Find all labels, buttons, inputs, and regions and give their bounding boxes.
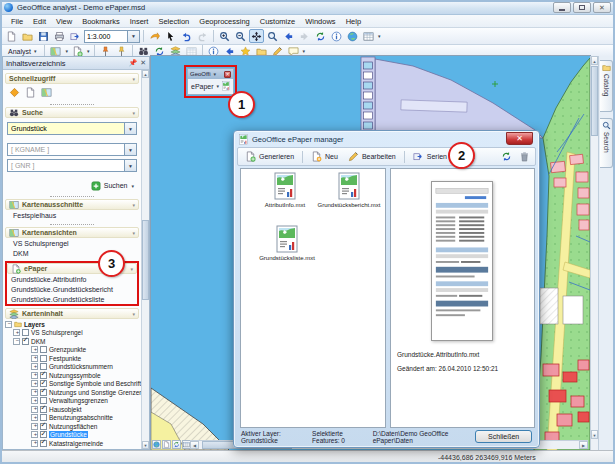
tab-catalog[interactable]: Catalog [600,60,613,112]
tree-row-layer[interactable]: Sonstige Symbole und Beschriftung [5,380,139,389]
data-view-button[interactable] [152,440,161,449]
layer-checkbox[interactable] [40,406,47,413]
floating-toolbar-titlebar[interactable]: GeoOffi ▾ ✕ [188,69,233,79]
expand-icon[interactable] [31,431,38,438]
tree-row-layer[interactable]: Benutzungsabschnitte [5,414,139,423]
save-button[interactable] [36,29,51,43]
template-file-item[interactable]: AttributInfo.mxt [253,172,317,208]
quick-diamond-icon[interactable] [9,87,20,98]
delete-button[interactable] [517,150,532,164]
select-cursor-button[interactable] [163,29,178,43]
menu-windows[interactable]: Windows [300,17,340,26]
tree-row-layer-selected[interactable]: Grundstücke [5,431,139,440]
tree-row-layer[interactable]: Nutzungs und Sonstige Grenzen [5,388,139,397]
tree-row-layer[interactable]: Nutzungssymbole [5,371,139,380]
layer-checkbox[interactable] [40,372,47,379]
section-map-extents[interactable]: Kartenausschnitte ▾ [5,199,139,210]
layer-checkbox[interactable] [40,389,47,396]
close-icon[interactable]: ✕ [224,71,231,78]
layer-checkbox[interactable] [40,431,47,438]
scrollbar-thumb[interactable] [142,220,149,300]
toolbar-overflow-icon[interactable]: ▾ [377,33,382,39]
tree-row-layer[interactable]: Grundstücksnummern [5,363,139,372]
layer-checkbox[interactable] [40,440,47,447]
tree-row-layer[interactable]: Festpunkte [5,354,139,363]
dropdown-icon[interactable]: ▼ [124,144,136,155]
expand-icon[interactable] [13,329,20,336]
new-document-button[interactable] [4,29,19,43]
pin-icon[interactable]: 📌 [128,59,137,67]
scroll-up-icon[interactable]: ▲ [591,56,598,65]
layer-checkbox[interactable] [40,363,47,370]
menu-view[interactable]: View [51,17,77,26]
menu-edit[interactable]: Edit [28,17,51,26]
maximize-button[interactable] [573,2,591,13]
zoom-in-button[interactable] [217,29,232,43]
template-list-panel[interactable]: AttributInfo.mxt Grundstücksbericht.mxt … [240,168,386,428]
chevron-down-icon[interactable]: ▾ [213,71,218,77]
properties-button[interactable] [499,150,514,164]
tree-row-group[interactable]: DKM [5,337,139,346]
fixed-zoom-in-button[interactable] [265,29,280,43]
expand-icon[interactable] [31,380,38,387]
dropdown-icon[interactable]: ▼ [124,160,136,171]
menu-customize[interactable]: Customize [255,17,300,26]
search-input[interactable] [8,123,136,134]
expand-icon[interactable] [31,406,38,413]
chevron-down-icon[interactable]: ▾ [130,183,135,189]
dialog-titlebar[interactable]: GeoOffice ePaper manager [234,131,539,147]
layout-view-button[interactable] [162,440,171,449]
redo-button[interactable] [195,29,210,43]
expand-icon[interactable] [31,423,38,430]
dialog-close-button[interactable]: ✕ [506,132,533,145]
section-search[interactable]: Suche ▾ [5,107,139,118]
tree-row-layers-root[interactable]: Layers [5,320,139,329]
select-features-button[interactable] [313,29,328,43]
epaper-item[interactable]: Grundstücke.Grundstücksliste [7,294,137,304]
epaper-item[interactable]: Grundstücke.Grundstücksbericht [7,284,137,294]
layer-checkbox[interactable] [22,329,29,336]
chevron-down-icon[interactable]: ▾ [64,48,69,54]
epaper-menu-item[interactable]: ePaper ▾ [188,79,233,93]
previous-extent-button[interactable] [281,29,296,43]
layer-checkbox[interactable] [40,397,47,404]
scale-input[interactable] [85,31,127,42]
undo-button[interactable] [179,29,194,43]
layer-checkbox[interactable] [40,423,47,430]
layer-checkbox[interactable] [40,346,47,353]
section-map-content[interactable]: Karteninhalt ▾ [5,308,139,319]
menu-help[interactable]: Help [341,17,366,26]
export-map-button[interactable] [68,29,83,43]
section-quick-access[interactable]: Schnellzugriff ▾ [5,73,139,84]
expand-icon[interactable] [31,355,38,362]
minimize-button[interactable] [553,2,571,13]
menu-bookmarks[interactable]: Bookmarks [77,17,125,26]
scroll-down-icon[interactable]: ▼ [591,430,598,439]
pan-tool-button[interactable] [249,29,264,43]
new-button[interactable]: Neu [307,149,342,164]
expand-icon[interactable] [31,346,38,353]
extent-item[interactable]: Festspielhaus [5,210,139,220]
expand-icon[interactable] [31,397,38,404]
collapse-icon[interactable] [13,338,20,345]
tree-row-layer[interactable]: Grenzpunkte [5,346,139,355]
generate-button[interactable]: Generieren [241,149,298,164]
full-extent-button[interactable] [345,29,360,43]
scrollbar-thumb[interactable] [591,66,598,136]
identify-button[interactable] [329,29,344,43]
menu-insert[interactable]: Insert [125,17,154,26]
expand-icon[interactable] [31,440,38,447]
layer-checkbox[interactable] [40,380,47,387]
tree-row-layer[interactable]: Katastralgemeinde [5,439,139,448]
kgname-placeholder[interactable]: [ KGNAME ] [8,146,49,153]
scroll-right-icon[interactable]: ▶ [579,441,588,449]
section-map-views[interactable]: Kartenansichten ▾ [5,227,139,238]
tree-row-layer[interactable]: Nutzungsflächen [5,422,139,431]
close-button[interactable]: ✕ [593,2,611,13]
tree-row-layer[interactable]: Verwaltungsgrenzen [5,397,139,406]
scroll-down-icon[interactable]: ▼ [142,441,149,449]
dropdown-icon[interactable]: ▼ [124,123,136,134]
expand-icon[interactable] [31,363,38,370]
dialog-close-action-button[interactable]: Schließen [475,430,532,443]
edit-button[interactable]: Bearbeiten [344,149,400,164]
